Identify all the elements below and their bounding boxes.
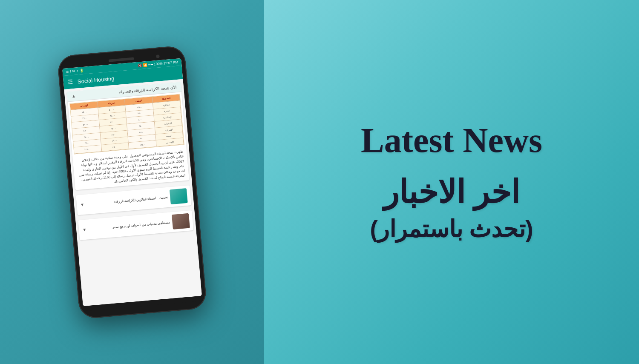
status-icon-battery-charge: 🔋 [80,68,84,72]
news-card-3-title: مصطفى مدبولي من أسوان: لن نرفع سعر [89,220,170,231]
phone-mockup: ⊕ f ✉ ↕ 🔋 🔇 📶 ▪▪▪▪ 100% 12:07 PM ☰ Socia… [57,45,207,319]
phone-screen: ⊕ f ✉ ↕ 🔋 🔇 📶 ▪▪▪▪ 100% 12:07 PM ☰ Socia… [62,58,202,306]
status-icon-facebook: f [70,69,71,73]
news-card-2[interactable]: ▼ تحديث.. اسماء الفائزين للكراسة الزرقاء [76,185,191,215]
status-icon-email: ✉ [72,69,76,73]
news-card-2-title: تحديث.. اسماء الفائزين للكراسة الزرقاء [87,195,168,206]
status-time: 12:07 PM [163,60,178,65]
collapse-icon[interactable]: ▲ [71,93,76,98]
app-content: ▲ الآن نتيجة الكراسة الزرقاء والحمراء ال… [64,79,201,306]
news-card-2-thumbnail [170,188,188,204]
status-icon-sync: ↕ [77,69,79,73]
subtitle-arabic: (تحدث باستمرار) [370,215,533,243]
expand-icon-3[interactable]: ▼ [82,227,87,232]
status-battery: 100% [154,61,163,66]
news-card-3[interactable]: ▼ مصطفى مدبولي من أسوان: لن نرفع سعر [78,210,193,240]
hamburger-menu-icon[interactable]: ☰ [67,78,73,86]
news-card-3-thumbnail [172,213,190,229]
expand-icon-2[interactable]: ▼ [80,202,85,207]
title-english: Latest News [361,121,542,160]
table-rows: الإجمالي المرحلة النقطة المحافظة ٨٥٠٠ ٥٠… [70,94,184,154]
status-mute-icon: 🔇 [138,63,143,67]
news-card-1[interactable]: ▲ الآن نتيجة الكراسة الزرقاء والحمراء ال… [67,82,189,190]
table-content: الإجمالي المرحلة النقطة المحافظة ٨٥٠٠ ٥٠… [70,94,184,154]
status-icon-settings: ⊕ [66,69,69,74]
news-card-1-title: الآن نتيجة الكراسة الزرقاء والحمراء [119,85,177,94]
status-signal-icon: ▪▪▪▪ [148,62,153,66]
phone-area: ⊕ f ✉ ↕ 🔋 🔇 📶 ▪▪▪▪ 100% 12:07 PM ☰ Socia… [0,0,264,364]
app-title: Social Housing [77,75,115,85]
title-arabic: اخر الاخبار [383,173,520,211]
right-panel: Latest News اخر الاخبار (تحدث باستمرار) [264,0,639,364]
status-icons-left: ⊕ f ✉ ↕ 🔋 [66,68,84,74]
phone-camera [156,54,160,58]
status-wifi-icon: 📶 [143,63,148,67]
phone-speaker [109,57,134,62]
news-table-image: الإجمالي المرحلة النقطة المحافظة ٨٥٠٠ ٥٠… [69,94,184,154]
